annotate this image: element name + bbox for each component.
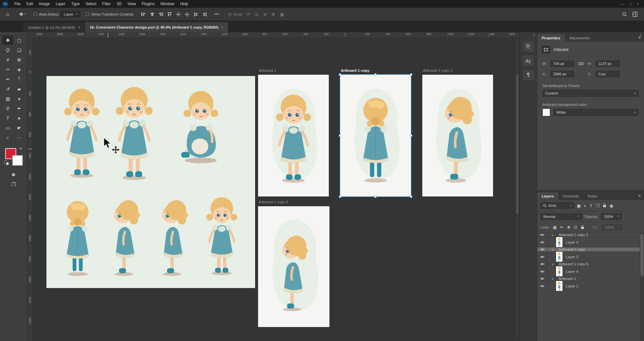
menu-item[interactable]: Filter (99, 1, 114, 7)
transform-handle[interactable] (410, 134, 412, 137)
lock-pixels-icon[interactable]: ✏ (560, 225, 564, 230)
eraser-tool[interactable]: ▰ (14, 84, 25, 94)
home-icon[interactable]: ⌂ (3, 11, 12, 18)
menu-item[interactable]: Help (177, 1, 191, 7)
lock-artboard-icon[interactable]: ⊡ (574, 225, 577, 230)
panel-tab[interactable]: Channels (558, 192, 583, 200)
workspace-switcher-icon[interactable] (632, 12, 638, 17)
horizontal-ruler[interactable]: 3000280026002400220020001800160014001200… (32, 32, 519, 38)
artboard-bg-color-swatch[interactable] (542, 108, 550, 116)
distribute-right-edges-icon[interactable] (202, 12, 207, 17)
artboard-label[interactable]: Artboard 1 copy (341, 69, 369, 72)
3d-drag-icon[interactable]: ⊕ (263, 12, 267, 17)
artboard[interactable]: Artboard 1 copy 2 (422, 75, 493, 196)
history-brush-tool[interactable]: ↺ (2, 84, 13, 94)
pen-tool[interactable]: ✒ (14, 104, 25, 113)
distribute-left-edges-icon[interactable] (193, 12, 198, 17)
menu-item[interactable]: View (125, 1, 139, 7)
lock-position-icon[interactable]: ✥ (567, 225, 570, 230)
align-top-edges-icon[interactable] (167, 12, 172, 17)
preset-dropdown[interactable]: Custom▾ (542, 90, 639, 97)
transform-handle[interactable] (410, 196, 412, 198)
menu-item[interactable]: Select (82, 1, 99, 7)
eyedropper-tool[interactable]: ✑ (2, 65, 13, 74)
object-selection-tool[interactable]: ❏ (14, 45, 25, 55)
close-button[interactable]: × (637, 2, 639, 6)
menu-item[interactable]: Type (68, 1, 82, 7)
edit-toolbar[interactable]: ⋯ (14, 133, 25, 142)
transform-handle[interactable] (374, 73, 377, 76)
character-panel-icon[interactable]: A| (523, 55, 534, 66)
gradient-tool[interactable]: ▧ (2, 94, 13, 103)
menu-item[interactable]: Edit (23, 1, 36, 7)
layer-thumbnail[interactable] (556, 237, 563, 247)
link-dimensions-icon[interactable] (577, 62, 585, 66)
x-field[interactable]: 2896 px (550, 71, 574, 77)
menu-item[interactable]: Layer (53, 1, 68, 7)
lock-transparency-icon[interactable]: ▦ (553, 225, 557, 230)
layer-name[interactable]: Artboard 1 copy (559, 247, 585, 251)
artboard[interactable]: Artboard 1 copy 5 (258, 206, 329, 327)
artboard-label[interactable]: Artboard 1 copy 2 (423, 69, 452, 72)
artboard-label[interactable]: Artboard 1 copy 5 (259, 200, 288, 204)
layer-row[interactable]: ∨ Artboard 1 copy (537, 247, 644, 252)
vertical-ruler[interactable]: 4002000200400600800100012001400160018002… (27, 38, 32, 341)
width-field[interactable]: 704 px (550, 60, 574, 67)
layer-name[interactable]: Artboard 1 copy 2 (559, 233, 588, 237)
opacity-dropdown[interactable]: 100%▾ (601, 213, 622, 220)
tab-close-icon[interactable]: × (221, 25, 224, 30)
paragraph-panel-icon[interactable]: ¶ (523, 69, 534, 81)
filter-smart-objects-icon[interactable] (603, 204, 606, 208)
distribute-horizontal-centers-icon[interactable] (185, 12, 190, 17)
artboard-bg-color-dropdown[interactable]: White▾ (553, 109, 639, 116)
maximize-button[interactable]: □ (629, 2, 632, 6)
align-right-edges-icon[interactable] (158, 12, 163, 17)
character-sheet-image[interactable] (46, 76, 255, 288)
brush-tool[interactable]: ✏ (2, 74, 13, 84)
canvas-scrollbar[interactable] (516, 39, 519, 339)
artboard-label[interactable]: Artboard 1 (259, 69, 276, 72)
panel-tab[interactable]: Paths (583, 192, 602, 200)
layer-name[interactable]: Layer 1 (566, 284, 578, 288)
document-tab[interactable]: Untitled-1 @ 33.3% (RGB/8) × (23, 23, 85, 32)
3d-slide-icon[interactable]: ✥ (271, 12, 275, 17)
healing-brush-tool[interactable]: ◈ (14, 65, 25, 74)
menu-item[interactable]: Image (36, 1, 53, 7)
lasso-tool[interactable]: Ϙ (2, 45, 13, 55)
menu-item[interactable]: File (11, 1, 23, 7)
visibility-toggle[interactable] (537, 266, 548, 276)
panel-tab[interactable]: Layers (537, 192, 558, 200)
layer-name[interactable]: Layer 3 (566, 240, 578, 244)
layer-row[interactable]: Layer 1 (537, 281, 644, 291)
current-tool-icon[interactable]: ✥▾ (17, 11, 28, 17)
zoom-tool[interactable]: ⌕ (2, 133, 13, 142)
chevron-down-icon[interactable]: ∨ (551, 262, 555, 266)
3d-roll-icon[interactable]: ◎ (254, 12, 258, 17)
filter-type-layers-icon[interactable]: T (590, 203, 592, 208)
chevron-down-icon[interactable]: ∨ (551, 248, 555, 251)
menu-item[interactable]: Window (157, 1, 177, 7)
visibility-toggle[interactable] (537, 252, 548, 262)
visibility-toggle[interactable] (537, 247, 548, 251)
menu-item[interactable]: Plugins (139, 1, 157, 7)
frame-tool[interactable]: ⊠ (14, 55, 25, 64)
chevron-down-icon[interactable]: ∨ (551, 233, 555, 237)
align-horizontal-centers-icon[interactable] (150, 12, 155, 17)
artboard[interactable]: Artboard 1 (258, 75, 329, 196)
canvas-area[interactable]: 3000280026002400220020001800160014001200… (27, 32, 519, 341)
hand-tool[interactable]: ☛ (14, 123, 25, 133)
libraries-panel-icon[interactable]: ⎘ (523, 41, 534, 52)
filter-kind-dropdown[interactable]: Kind▾ (540, 202, 574, 209)
chevron-down-icon[interactable]: ∨ (551, 277, 555, 281)
y-field[interactable]: 0 px (596, 71, 620, 77)
transform-handle[interactable] (374, 196, 377, 198)
lock-all-icon[interactable] (581, 225, 584, 229)
collapse-panels-icon[interactable]: « (520, 32, 537, 38)
layer-name[interactable]: Layer 4 (566, 270, 578, 273)
more-align-options-icon[interactable]: ••• (212, 12, 222, 17)
dodge-tool[interactable]: ⚲ (2, 104, 13, 113)
visibility-toggle[interactable] (537, 281, 548, 291)
3d-camera-icon[interactable]: ▣ (280, 12, 284, 17)
layer-row[interactable]: Layer 3 (537, 237, 644, 247)
transform-handle[interactable] (410, 73, 412, 76)
